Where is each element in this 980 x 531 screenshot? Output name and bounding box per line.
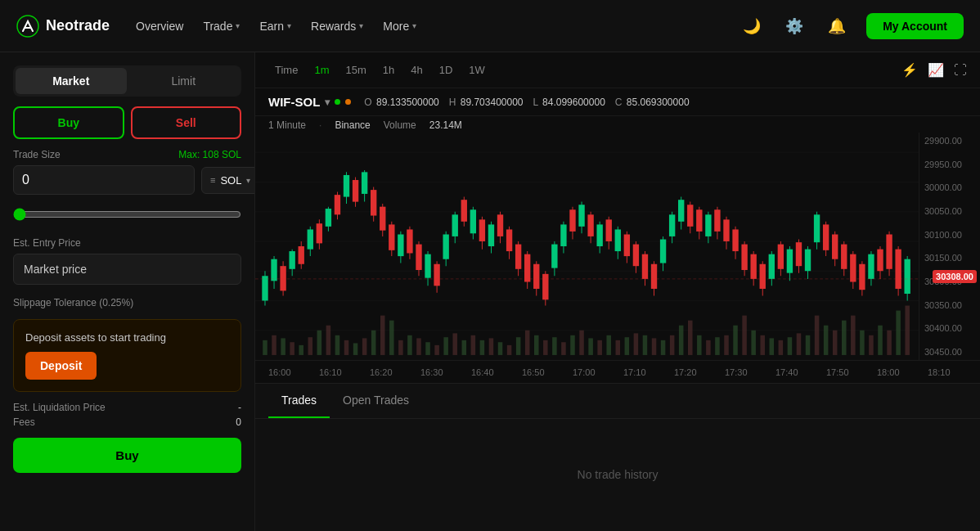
- svg-rect-159: [615, 229, 621, 251]
- svg-rect-24: [407, 335, 412, 355]
- time-label-1640: 16:40: [471, 367, 494, 377]
- expand-icon[interactable]: ⛶: [954, 63, 967, 78]
- time-tab-15m[interactable]: 15m: [339, 61, 372, 79]
- svg-rect-141: [533, 264, 539, 289]
- time-label-1730: 17:30: [725, 367, 748, 377]
- svg-rect-221: [895, 250, 901, 289]
- currency-selector[interactable]: ≡ SOL ▾: [201, 167, 255, 194]
- svg-rect-129: [479, 219, 485, 241]
- svg-rect-37: [525, 331, 530, 355]
- amount-input[interactable]: [13, 165, 195, 195]
- svg-rect-79: [905, 306, 910, 355]
- time-label-1720: 17:20: [674, 367, 697, 377]
- time-tab-1h[interactable]: 1h: [376, 61, 401, 79]
- trade-size-slider-container: [13, 205, 241, 227]
- time-label-1650: 16:50: [522, 367, 545, 377]
- time-tab-time[interactable]: Time: [268, 61, 304, 79]
- my-account-button[interactable]: My Account: [866, 13, 964, 39]
- time-tab-1m[interactable]: 1m: [308, 61, 335, 79]
- slippage-label: Slippage Tolerance (0.25%): [13, 297, 133, 308]
- buy-side-button[interactable]: Buy: [13, 106, 124, 139]
- svg-rect-219: [886, 234, 892, 268]
- svg-rect-211: [850, 254, 856, 282]
- buy-main-button[interactable]: Buy: [13, 438, 241, 473]
- svg-rect-125: [461, 200, 467, 222]
- svg-rect-69: [815, 316, 820, 355]
- open-val: 89.133500000: [376, 97, 439, 108]
- svg-rect-68: [806, 335, 811, 355]
- candlestick-chart[interactable]: 29900.00 29950.00 30000.00 30050.00 3010…: [255, 133, 980, 360]
- nav-overview[interactable]: Overview: [136, 20, 183, 33]
- market-price-text: Market price: [24, 263, 87, 276]
- svg-rect-217: [877, 250, 883, 272]
- svg-rect-35: [507, 345, 512, 355]
- trade-size-label: Trade Size: [13, 149, 61, 160]
- svg-rect-27: [434, 345, 439, 355]
- liq-price-value: -: [238, 402, 241, 413]
- svg-rect-165: [642, 254, 648, 279]
- svg-rect-8: [263, 340, 267, 355]
- header-right: 🌙 ⚙️ 🔔 My Account: [739, 13, 964, 39]
- tab-trades[interactable]: Trades: [268, 384, 330, 418]
- candle-svg: [255, 133, 919, 360]
- sell-side-button[interactable]: Sell: [131, 106, 242, 139]
- svg-rect-153: [587, 214, 593, 236]
- nav-more[interactable]: More ▾: [383, 20, 416, 33]
- settings-icon[interactable]: ⚙️: [781, 13, 807, 39]
- time-tab-1d[interactable]: 1D: [433, 61, 460, 79]
- tab-open-trades[interactable]: Open Trades: [330, 384, 422, 418]
- nav-rewards[interactable]: Rewards ▾: [311, 20, 363, 33]
- time-label-1800: 18:00: [877, 367, 900, 377]
- svg-rect-189: [750, 254, 756, 279]
- time-tab-1w[interactable]: 1W: [462, 61, 492, 79]
- market-tab[interactable]: Market: [16, 68, 127, 94]
- time-label-1610: 16:10: [319, 367, 342, 377]
- svg-rect-215: [868, 254, 874, 279]
- indicator-icon[interactable]: ⚡: [901, 62, 918, 78]
- chart-sub-info: 1 Minute · Binance Volume 23.14M: [255, 116, 980, 133]
- svg-rect-77: [887, 331, 892, 355]
- svg-rect-54: [679, 326, 684, 355]
- nav-earn[interactable]: Earn ▾: [259, 20, 291, 33]
- svg-rect-85: [280, 266, 285, 290]
- nav-trade[interactable]: Trade ▾: [203, 20, 240, 33]
- svg-rect-20: [371, 331, 376, 355]
- svg-point-0: [17, 16, 38, 37]
- current-price-label: 30308.00: [933, 270, 977, 283]
- deposit-message: Deposit assets to start trading: [25, 331, 229, 344]
- svg-rect-61: [742, 316, 747, 355]
- pair-name[interactable]: WIF-SOL ▾: [268, 95, 351, 109]
- svg-rect-81: [262, 276, 267, 300]
- trade-size-section: Trade Size Max: 108 SOL ≡ SOL ▾: [13, 149, 241, 195]
- svg-rect-183: [723, 219, 729, 241]
- notification-bell-icon[interactable]: 🔔: [824, 13, 850, 39]
- svg-rect-66: [788, 337, 793, 355]
- svg-rect-44: [588, 338, 593, 355]
- svg-rect-197: [787, 250, 793, 273]
- svg-rect-223: [904, 259, 910, 294]
- liq-price-label: Est. Liquidation Price: [13, 402, 106, 413]
- trade-size-slider[interactable]: [13, 208, 241, 221]
- time-tab-4h[interactable]: 4h: [404, 61, 429, 79]
- svg-rect-64: [770, 338, 775, 355]
- svg-rect-103: [362, 172, 367, 194]
- svg-rect-121: [443, 234, 448, 259]
- svg-rect-203: [814, 214, 820, 242]
- logo[interactable]: Neotrade: [16, 15, 110, 38]
- svg-rect-70: [824, 326, 829, 355]
- svg-rect-13: [308, 337, 313, 355]
- svg-rect-32: [480, 340, 485, 355]
- status-dot-icon: [345, 99, 351, 105]
- svg-rect-119: [434, 264, 439, 286]
- chart-type-icon[interactable]: 📈: [928, 62, 944, 78]
- deposit-button[interactable]: Deposit: [25, 352, 97, 380]
- svg-rect-161: [624, 234, 630, 256]
- svg-rect-11: [290, 342, 294, 355]
- sol-icon: ≡: [210, 175, 215, 185]
- minute-label: 1 Minute: [268, 119, 306, 131]
- svg-rect-71: [833, 331, 838, 355]
- svg-rect-34: [498, 342, 503, 355]
- dark-mode-toggle[interactable]: 🌙: [739, 13, 765, 39]
- limit-tab[interactable]: Limit: [128, 68, 240, 94]
- svg-rect-213: [859, 264, 865, 290]
